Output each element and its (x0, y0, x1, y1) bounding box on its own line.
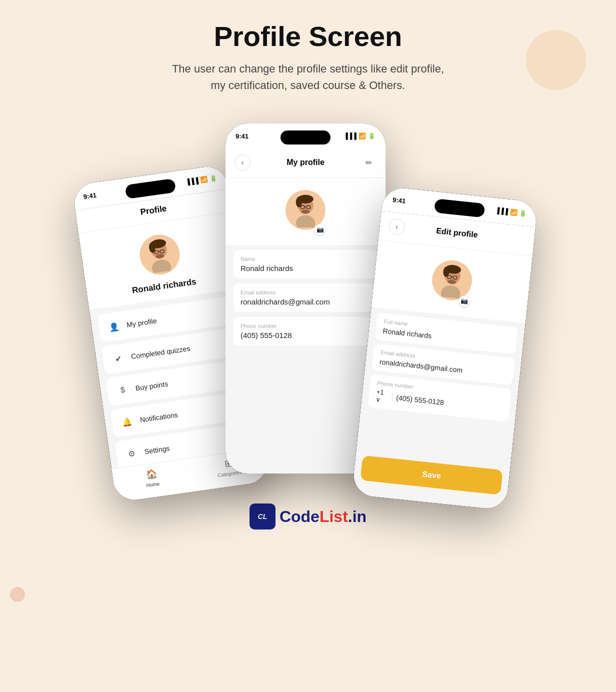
nav-home[interactable]: 🏠 Home (112, 464, 192, 492)
notifications-icon: 🔔 (120, 414, 136, 430)
decorative-circle-bottom (10, 587, 25, 602)
signal-icon-2: ▐▐▐ (344, 132, 356, 140)
edit-profile-avatar (430, 258, 474, 302)
signal-icon-1: ▐▐▐ (185, 177, 198, 186)
battery-icon-2: 🔋 (368, 132, 376, 140)
wifi-icon-3: 📶 (510, 208, 518, 216)
name-value: Ronald richards (240, 264, 370, 272)
phones-container: 9:41 ▐▐▐ 📶 🔋 Profile (10, 124, 606, 474)
country-code: +1 ∨ (376, 388, 389, 404)
email-value: ronaldrichards@gmail.com (240, 298, 370, 306)
field-name: Name Ronald richards (234, 250, 378, 278)
avatar-with-camera-3: 📷 (430, 258, 474, 307)
status-time-1: 9:41 (83, 191, 97, 200)
dynamic-island-2 (280, 130, 330, 144)
camera-icon-2[interactable]: 📷 (314, 224, 326, 235)
battery-icon-3: 🔋 (519, 210, 527, 217)
status-icons-2: ▐▐▐ 📶 🔋 (344, 132, 376, 140)
svg-point-19 (440, 284, 462, 300)
phone-label: Phone number (240, 323, 370, 329)
edit-pencil-button[interactable]: ✏ (360, 154, 376, 170)
page-header: Profile Screen The user can change the p… (172, 20, 444, 94)
profile-avatar (137, 232, 182, 277)
logo-letters: CL (258, 512, 268, 520)
phone-divider (392, 393, 393, 401)
codelist-logo: CL CodeList.in (250, 504, 366, 530)
save-button[interactable]: Save (360, 456, 503, 495)
my-profile-icon: 👤 (106, 319, 122, 335)
home-label: Home (146, 481, 160, 488)
footer: CL CodeList.in (250, 504, 366, 530)
page-title: Profile Screen (172, 20, 444, 52)
avatar-image-2 (288, 192, 323, 228)
svg-point-3 (151, 258, 172, 274)
wifi-icon-1: 📶 (200, 176, 208, 184)
settings-icon: ⚙ (124, 446, 140, 462)
email-label: Email address (240, 290, 370, 296)
svg-point-15 (301, 210, 310, 214)
decorative-circle-top (526, 30, 586, 90)
save-button-label: Save (422, 470, 442, 480)
field-email: Email address ronaldrichards@gmail.com (234, 284, 378, 312)
page-subtitle: The user can change the profile settings… (172, 60, 444, 94)
completed-quizzes-label: Completed quizzes (130, 339, 228, 360)
phone-value: (405) 555-0128 (240, 331, 370, 340)
home-icon: 🏠 (146, 468, 158, 480)
profile-screen-title: Profile (140, 204, 167, 216)
field-phone: Phone number (405) 555-0128 (234, 317, 378, 346)
avatar-image-1 (140, 235, 180, 274)
signal-icon-3: ▐▐▐ (495, 207, 508, 216)
edit-profile-title: Edit profile (436, 226, 478, 240)
battery-icon-1: 🔋 (209, 174, 218, 182)
edit-profile-fields: Full name Email address Phone number +1 … (360, 307, 526, 428)
status-icons-1: ▐▐▐ 📶 🔋 (185, 174, 218, 186)
phone-edit-profile: 9:41 ▐▐▐ 📶 🔋 ‹ Edit profile (352, 186, 538, 510)
status-time-3: 9:41 (392, 196, 406, 205)
buy-points-label: Buy points (135, 370, 240, 392)
avatar-with-camera-2: 📷 (286, 190, 326, 235)
brand-name: CodeList.in (280, 508, 366, 526)
edit-profile-screen: ‹ Edit profile (352, 211, 536, 510)
my-profile-fields: Name Ronald richards Email address ronal… (226, 245, 386, 354)
back-button-3[interactable]: ‹ (388, 218, 406, 236)
status-icons-3: ▐▐▐ 📶 🔋 (495, 207, 528, 218)
wifi-icon-2: 📶 (358, 132, 366, 140)
logo-icon: CL (250, 504, 276, 530)
my-profile-title: My profile (286, 158, 324, 167)
completed-quizzes-icon: ✔ (110, 350, 126, 366)
svg-point-11 (296, 216, 316, 228)
name-label: Name (240, 256, 370, 262)
profile-username: Ronald richards (132, 277, 197, 296)
avatar-image-3 (433, 261, 472, 300)
my-profile-header: ‹ My profile ✏ (226, 148, 386, 178)
camera-icon-3[interactable]: 📷 (458, 295, 470, 307)
status-time-2: 9:41 (236, 132, 248, 140)
my-profile-avatar-section: 📷 (226, 178, 386, 245)
my-profile-label: My profile (126, 308, 223, 329)
buy-points-icon: $ (115, 382, 131, 398)
back-button-2[interactable]: ‹ (234, 154, 250, 170)
